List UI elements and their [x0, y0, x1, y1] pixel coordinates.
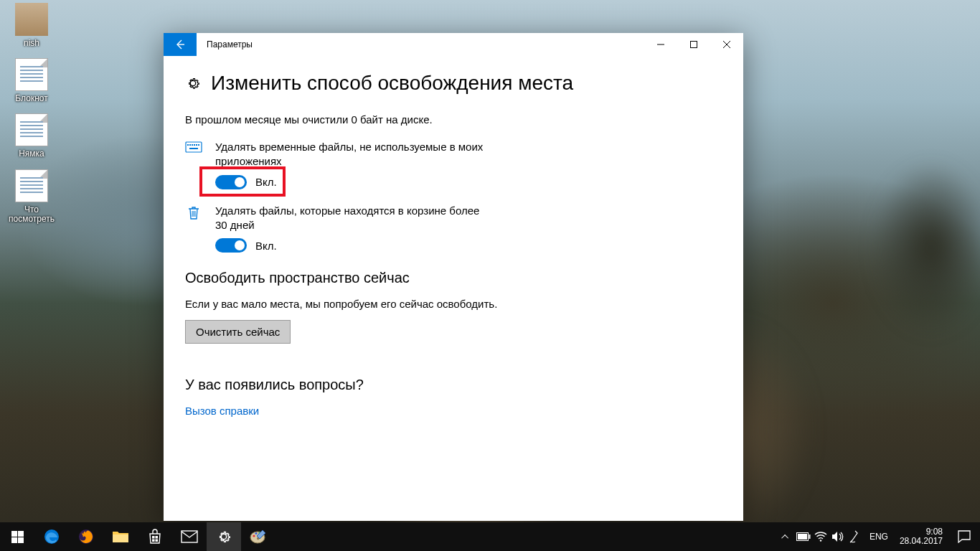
svg-rect-1	[186, 142, 202, 152]
windows-logo-icon	[11, 531, 24, 543]
section-heading-help: У вас появились вопросы?	[185, 377, 722, 393]
gear-icon	[216, 529, 232, 545]
svg-rect-26	[809, 534, 810, 539]
taskbar-file-explorer[interactable]	[103, 522, 138, 551]
back-button[interactable]	[164, 33, 197, 56]
toggle-state-label: Вкл.	[255, 240, 277, 252]
volume-icon	[831, 531, 844, 542]
svg-rect-8	[189, 148, 198, 149]
file-explorer-icon	[112, 529, 129, 544]
back-arrow-icon	[174, 39, 186, 50]
document-icon	[15, 169, 48, 202]
wifi-icon	[814, 532, 827, 542]
minimize-button[interactable]	[644, 33, 677, 56]
minimize-icon	[657, 41, 664, 48]
svg-rect-10	[18, 531, 24, 537]
close-button[interactable]	[710, 33, 743, 56]
desktop-icon-folder[interactable]: nish	[6, 3, 57, 48]
svg-rect-9	[11, 531, 17, 537]
desktop-icon-doc[interactable]: Нямка	[6, 113, 57, 159]
svg-rect-16	[156, 536, 159, 539]
status-text: В прошлом месяце мы очистили 0 байт на д…	[185, 113, 722, 126]
store-icon	[147, 529, 163, 545]
gear-icon	[185, 75, 201, 91]
keyboard-icon	[185, 140, 202, 189]
svg-rect-11	[11, 537, 17, 543]
svg-rect-19	[182, 531, 197, 542]
section-text: Если у вас мало места, мы попробуем его …	[185, 298, 722, 310]
svg-point-22	[255, 532, 257, 534]
edge-icon	[43, 528, 60, 545]
svg-rect-12	[18, 537, 24, 543]
svg-rect-4	[192, 144, 193, 146]
desktop-icon-doc[interactable]: Блокнот	[6, 58, 57, 103]
clean-now-button[interactable]: Очистить сейчас	[185, 320, 291, 344]
desktop-icon-label: Блокнот	[15, 94, 47, 103]
toggle-temp-files[interactable]	[215, 175, 247, 189]
chevron-up-icon	[783, 534, 788, 540]
desktop-icon-label: Что посмотреть	[6, 205, 57, 224]
tray-clock[interactable]: 9:08 28.04.2017	[894, 522, 948, 551]
tray-wifi[interactable]	[812, 522, 829, 551]
svg-point-28	[820, 540, 821, 541]
svg-rect-15	[152, 536, 155, 539]
tray-action-center[interactable]	[948, 530, 980, 543]
svg-rect-0	[691, 42, 697, 48]
close-icon	[723, 41, 730, 48]
window-content: Изменить способ освобождения места В про…	[164, 56, 743, 424]
svg-rect-2	[187, 144, 189, 146]
taskbar-firefox[interactable]	[69, 522, 103, 551]
trash-icon	[185, 204, 202, 253]
taskbar-store[interactable]	[138, 522, 172, 551]
tray-volume[interactable]	[829, 522, 847, 551]
tray-language[interactable]: ENG	[864, 522, 894, 551]
svg-rect-5	[194, 144, 195, 146]
option-recycle-bin: Удалять файлы, которые находятся в корзи…	[185, 204, 722, 253]
action-center-icon	[958, 530, 971, 543]
section-heading-free-now: Освободить пространство сейчас	[185, 270, 722, 286]
settings-window: Параметры Изменить способ освобождения м…	[164, 33, 743, 521]
desktop-icon-doc[interactable]: Что посмотреть	[6, 169, 57, 224]
taskbar-paint[interactable]	[241, 522, 275, 551]
tray-battery[interactable]	[795, 522, 812, 551]
desktop-icons: nish Блокнот Нямка Что посмотреть	[6, 3, 57, 224]
option-label: Удалять файлы, которые находятся в корзи…	[215, 204, 488, 233]
svg-rect-18	[156, 540, 159, 542]
mail-icon	[181, 530, 198, 543]
taskbar: ENG 9:08 28.04.2017	[0, 522, 980, 551]
maximize-icon	[690, 41, 697, 48]
firefox-icon	[77, 528, 95, 545]
desktop-icon-label: Нямка	[19, 149, 44, 159]
svg-rect-27	[798, 534, 807, 540]
page-heading: Изменить способ освобождения места	[211, 72, 573, 95]
folder-icon	[15, 3, 48, 36]
option-temp-files: Удалять временные файлы, не используемые…	[185, 140, 722, 189]
toggle-recycle-bin[interactable]	[215, 238, 247, 253]
svg-rect-6	[196, 144, 197, 146]
maximize-button[interactable]	[677, 33, 710, 56]
toggle-state-label: Вкл.	[255, 176, 277, 188]
titlebar[interactable]: Параметры	[164, 33, 743, 56]
paint-icon	[250, 529, 267, 545]
tray-pen[interactable]	[847, 522, 864, 551]
taskbar-edge[interactable]	[34, 522, 69, 551]
taskbar-settings[interactable]	[207, 522, 241, 551]
window-title: Параметры	[197, 33, 263, 56]
tray-overflow[interactable]	[778, 522, 795, 551]
option-label: Удалять временные файлы, не используемые…	[215, 140, 488, 169]
svg-rect-3	[189, 144, 191, 146]
tray-date: 28.04.2017	[900, 537, 943, 546]
svg-rect-7	[198, 144, 199, 146]
battery-icon	[796, 532, 811, 541]
taskbar-mail[interactable]	[172, 522, 207, 551]
document-icon	[15, 113, 48, 146]
svg-rect-17	[152, 540, 155, 542]
svg-point-21	[253, 534, 255, 537]
start-button[interactable]	[0, 522, 34, 551]
desktop-icon-label: nish	[24, 39, 39, 48]
pen-icon	[849, 530, 861, 543]
help-link[interactable]: Вызов справки	[185, 405, 722, 417]
document-icon	[15, 58, 48, 91]
